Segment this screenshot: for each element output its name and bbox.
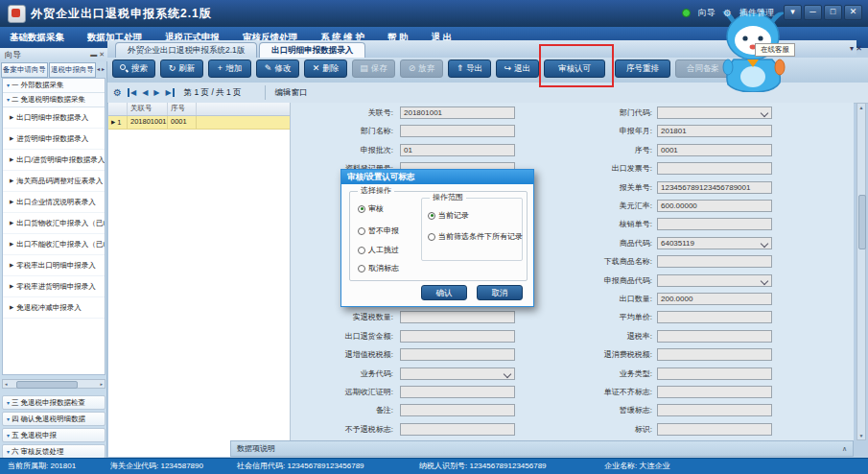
- sidebar-item-6[interactable]: ▶出口不能收汇申报录入（已i: [3, 234, 105, 255]
- sidebar-wizard-tab-1[interactable]: 退税申报向导: [49, 62, 96, 78]
- close-button[interactable]: ✕: [844, 5, 862, 20]
- form-input-L1[interactable]: [400, 125, 515, 137]
- form-input-R5[interactable]: 600.00000: [657, 200, 772, 212]
- form-input-R12[interactable]: [657, 330, 772, 343]
- form-select-R9[interactable]: [657, 274, 772, 287]
- toolbar-button-label: 修改: [274, 63, 291, 75]
- table-row[interactable]: ▶12018010010001: [108, 116, 290, 130]
- toolbar-button-delete[interactable]: ✕删除: [304, 59, 347, 78]
- skin-button[interactable]: ▾: [784, 5, 802, 20]
- radio-scope-1[interactable]: 当前筛选条件下所有记录: [428, 231, 523, 242]
- toolbar-button-edit[interactable]: ✎修改: [256, 59, 299, 78]
- cancel-button[interactable]: 取消: [477, 285, 523, 300]
- form-input-L13[interactable]: [400, 348, 515, 361]
- field-value: 123456789123456789001: [658, 182, 771, 193]
- form-input-L11[interactable]: [400, 311, 515, 323]
- next-page-icon[interactable]: ▶: [153, 88, 159, 97]
- form-input-R15[interactable]: [657, 386, 772, 398]
- form-select-R7[interactable]: 64035119: [657, 237, 772, 249]
- pin-icon[interactable]: ▬: [90, 51, 97, 58]
- collapse-icon[interactable]: ∧: [842, 441, 847, 456]
- sidebar-wizard-tab-0[interactable]: 备案申请向导: [1, 62, 48, 78]
- toolbar-button-label: 合同备案: [687, 63, 719, 75]
- form-input-R16[interactable]: [657, 404, 772, 416]
- sidebar-section-0[interactable]: ▾一 外部数据采集: [3, 79, 105, 93]
- sidebar-bottom-section-1[interactable]: ▾四 确认免退税明细数据: [2, 412, 106, 426]
- sidebar-bottom-section-0[interactable]: ▾三 免退税申报数据检查: [2, 395, 106, 410]
- tab-close-icon[interactable]: ✕: [856, 44, 862, 53]
- scroll-right-icon[interactable]: ▸: [102, 62, 106, 76]
- form-select-L14[interactable]: [400, 367, 515, 380]
- sidebar-bottom-section-3[interactable]: ▾六 审核反馈处理: [2, 444, 106, 459]
- form-field-label: 部门名称:: [291, 125, 393, 138]
- sidebar-item-2[interactable]: ▶出口/进货明细申报数据录入: [3, 150, 105, 171]
- titlebar-right: 向导 ⚙ 插件管理 ▾─□✕: [682, 5, 862, 20]
- prev-page-icon[interactable]: ◀: [142, 88, 148, 97]
- cell-guanlianhao: 201801001: [128, 116, 168, 129]
- minimize-button[interactable]: ─: [804, 5, 822, 20]
- sidebar-item-1[interactable]: ▶进货明细申报数据录入: [3, 129, 105, 150]
- form-input-R13[interactable]: [657, 348, 772, 361]
- divider: [265, 85, 266, 100]
- sidebar-horizontal-scrollbar[interactable]: ◂ ▸: [2, 379, 106, 389]
- form-input-L15[interactable]: [400, 386, 515, 398]
- toolbar-button-export[interactable]: ⇑导出: [448, 59, 491, 78]
- confirm-button[interactable]: 确认: [421, 285, 467, 300]
- form-input-R14[interactable]: [657, 367, 772, 380]
- close-icon[interactable]: ✕: [99, 51, 105, 58]
- scroll-right-icon[interactable]: ▸: [100, 380, 103, 388]
- sidebar-item-0[interactable]: ▶出口明细申报数据录入: [3, 107, 105, 129]
- menu-item-0[interactable]: 基础数据采集: [10, 32, 64, 44]
- sidebar-item-5[interactable]: ▶出口货物收汇申报录入（已i: [3, 213, 105, 234]
- document-tab-1[interactable]: 出口明细申报数据录入: [259, 42, 365, 58]
- document-tab-0[interactable]: 外贸企业出口退税申报系统2.1版: [115, 42, 257, 58]
- maximize-button[interactable]: □: [824, 5, 842, 20]
- sidebar-item-4[interactable]: ▶出口企业情况说明表录入: [3, 192, 105, 213]
- form-input-R1[interactable]: 201801: [657, 125, 772, 137]
- data-item-description-bar[interactable]: 数据项说明 ∧: [230, 440, 854, 457]
- form-input-L12[interactable]: [400, 330, 515, 343]
- sidebar-item-8[interactable]: ▶零税率进货明细申报录入: [3, 276, 105, 297]
- sidebar-item-7[interactable]: ▶零税率出口明细申报录入: [3, 255, 105, 276]
- form-input-L16[interactable]: [400, 404, 515, 416]
- form-input-L17[interactable]: [400, 423, 515, 436]
- form-input-L0[interactable]: 201801001: [400, 107, 515, 119]
- form-input-L2[interactable]: 01: [400, 144, 515, 156]
- toolbar-button-exit[interactable]: ↪退出: [496, 59, 539, 78]
- form-input-R17[interactable]: [657, 423, 772, 436]
- wizard-link[interactable]: 向导: [698, 7, 716, 19]
- form-input-R6[interactable]: [657, 218, 772, 230]
- scrollbar-thumb[interactable]: [858, 195, 866, 249]
- form-input-R11[interactable]: [657, 311, 772, 323]
- form-input-R10[interactable]: 200.0000: [657, 293, 772, 305]
- sidebar-item-9[interactable]: ▶免退税冲减申报录入: [3, 297, 105, 319]
- sidebar-section-1[interactable]: ▾二 免退税明细数据采集: [3, 93, 105, 107]
- radio-operation-2[interactable]: 人工挑过: [358, 245, 399, 255]
- radio-operation-3[interactable]: 取消标志: [358, 263, 399, 273]
- section-label: 四 确认免退税明细数据: [12, 415, 85, 423]
- toolbar-button-search[interactable]: 搜索: [112, 59, 155, 78]
- first-page-icon[interactable]: ◀: [128, 88, 136, 97]
- tab-list-icon[interactable]: ▾: [850, 44, 854, 53]
- last-page-icon[interactable]: ▶: [165, 88, 174, 97]
- radio-operation-1[interactable]: 暂不申报: [358, 225, 399, 236]
- plugin-manager-link[interactable]: 插件管理: [739, 7, 774, 19]
- sidebar-bottom-section-2[interactable]: ▾五 免退税申报: [2, 428, 106, 442]
- toolbar-button-extra-1[interactable]: 序号重排: [615, 59, 670, 78]
- form-vertical-scrollbar[interactable]: ▲ ▼: [856, 103, 866, 440]
- wrench-icon[interactable]: ⚙: [113, 87, 122, 98]
- toolbar-button-add[interactable]: +增加: [208, 59, 251, 78]
- form-input-R2[interactable]: 0001: [657, 144, 772, 156]
- toolbar-button-refresh[interactable]: ↻刷新: [160, 59, 203, 78]
- scrollbar-thumb[interactable]: [16, 381, 78, 389]
- form-input-R3[interactable]: [657, 162, 772, 175]
- scroll-left-icon[interactable]: ◂: [5, 380, 8, 388]
- operation-groupbox: 选择操作 操作范围 当前记录当前筛选条件下所有记录 审核暂不申报人工挑过取消标志: [349, 191, 528, 281]
- sidebar-item-3[interactable]: ▶海关商品码调整对应表录入: [3, 171, 105, 192]
- radio-operation-0[interactable]: 审核: [358, 203, 384, 214]
- radio-scope-0[interactable]: 当前记录: [428, 210, 469, 221]
- form-select-R0[interactable]: [657, 107, 772, 119]
- form-input-R4[interactable]: 123456789123456789001: [657, 181, 772, 194]
- radio-label: 人工挑过: [368, 245, 399, 255]
- form-input-R8[interactable]: [657, 255, 772, 268]
